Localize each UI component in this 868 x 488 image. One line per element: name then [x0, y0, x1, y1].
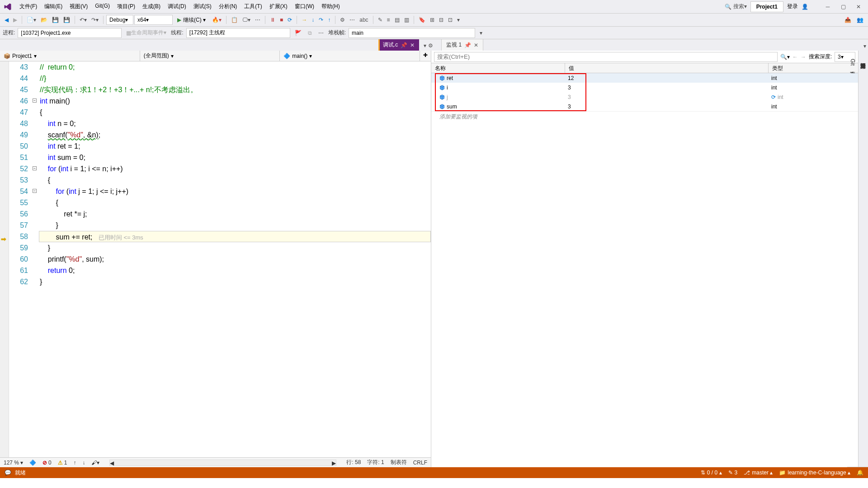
solution-title-tab[interactable]: Project1: [750, 1, 783, 12]
code-line[interactable]: int sum = 0;: [40, 152, 431, 163]
watch-add-item[interactable]: 添加要监视的项: [431, 111, 858, 122]
code-line[interactable]: for (int j = 1; j <= i; j++): [40, 186, 431, 197]
brush-icon[interactable]: 🖌▾: [91, 460, 99, 466]
tb-misc-4[interactable]: ✎: [376, 15, 384, 24]
refresh-icon[interactable]: ⟳: [771, 94, 776, 100]
tb-misc-11[interactable]: ▾: [455, 15, 462, 24]
code-editor[interactable]: ➡ 43444546474849505152535455565758596061…: [0, 61, 431, 457]
tb-icon-3[interactable]: ⋯: [253, 15, 262, 24]
code-line[interactable]: }: [40, 276, 431, 287]
step-out-button[interactable]: ↑: [326, 15, 332, 24]
menu-tools[interactable]: 工具(T): [241, 1, 265, 12]
back-button[interactable]: ◀: [3, 15, 10, 24]
pin-icon[interactable]: 📌: [401, 42, 407, 48]
code-content[interactable]: // return 0;//}//实现代码：求1！+2！+3！+...+ n!;…: [38, 61, 431, 457]
find-nav[interactable]: ⇅ 0 / 0 ▴: [701, 469, 722, 476]
lifecycle-events[interactable]: ▦ 生命周期事件▾: [124, 28, 168, 38]
hot-reload-button[interactable]: 🔥▾: [210, 15, 223, 24]
code-line[interactable]: sum += ret; 已用时间 <= 3ms: [39, 231, 431, 242]
menu-project[interactable]: 项目(P): [114, 1, 138, 12]
restart-button[interactable]: ⟳: [286, 15, 294, 24]
menu-view[interactable]: 视图(V): [66, 1, 91, 12]
tab-watch[interactable]: 监视 1 📌 ✕: [441, 39, 483, 51]
code-line[interactable]: int main(): [40, 95, 431, 107]
undo-button[interactable]: ↶▾: [78, 15, 89, 24]
menu-help[interactable]: 帮助(H): [318, 1, 343, 12]
menu-git[interactable]: Git(G): [92, 1, 113, 12]
watch-row[interactable]: ret12int: [431, 73, 858, 83]
fold-box-icon[interactable]: −: [33, 166, 37, 170]
info-icon[interactable]: 🔷: [29, 460, 36, 466]
close-window-button[interactable]: ✕: [852, 1, 865, 12]
fold-gutter[interactable]: − − −: [32, 61, 38, 457]
menu-debug[interactable]: 调试(D): [165, 1, 189, 12]
side-tab-solution-explorer[interactable]: 解决方案资源管理器: [858, 55, 868, 467]
code-line[interactable]: {: [40, 174, 431, 186]
nav-up-icon[interactable]: ↑: [73, 460, 76, 466]
thread-combo[interactable]: [17292] 主线程: [186, 28, 290, 38]
maximize-button[interactable]: ▢: [836, 1, 850, 12]
changes-count[interactable]: ✎ 3: [728, 469, 738, 476]
code-line[interactable]: {: [40, 197, 431, 208]
code-line[interactable]: for (int i = 1; i <= n; i++): [40, 163, 431, 174]
close-watch-icon[interactable]: ✕: [474, 42, 478, 48]
code-line[interactable]: }: [40, 242, 431, 253]
platform-combo[interactable]: x64 ▾: [134, 15, 173, 25]
code-line[interactable]: // return 0;: [40, 61, 431, 73]
menu-analyze[interactable]: 分析(N): [216, 1, 241, 12]
open-button[interactable]: 📂: [39, 15, 49, 24]
code-line[interactable]: return 0;: [40, 265, 431, 276]
code-line[interactable]: //实现代码：求1！+2！+3！+...+ n!;不考虑溢出。: [40, 84, 431, 95]
tb-misc-3[interactable]: abc: [358, 15, 370, 24]
search-icon[interactable]: 🔍▾: [780, 54, 790, 60]
watch-row[interactable]: sum3int: [431, 102, 858, 111]
forward-button[interactable]: ▶: [11, 15, 19, 24]
show-next-button[interactable]: →: [300, 15, 309, 24]
step-over-button[interactable]: ↷: [317, 15, 325, 24]
nav-down-icon[interactable]: ↓: [82, 460, 85, 466]
code-line[interactable]: }: [40, 220, 431, 231]
continue-button[interactable]: ▶继续(C) ▾: [174, 15, 209, 25]
col-value[interactable]: 值: [565, 63, 769, 73]
nav-scope[interactable]: (全局范围) ▾: [140, 51, 280, 61]
menu-file[interactable]: 文件(F): [16, 1, 40, 12]
flag-icon[interactable]: 🚩: [293, 28, 303, 38]
nav-project[interactable]: 📦 Project1 ▾: [0, 51, 140, 61]
tb-misc-6[interactable]: ▤: [393, 15, 401, 24]
code-line[interactable]: scanf("%d", &n);: [40, 129, 431, 141]
close-tab-icon[interactable]: ✕: [410, 42, 415, 48]
code-line[interactable]: ret *= j;: [40, 208, 431, 220]
tab-dropdown-icon[interactable]: ▾: [424, 42, 426, 49]
code-line[interactable]: int ret = 1;: [40, 141, 431, 152]
tb-misc-1[interactable]: ⚙: [338, 15, 347, 24]
tb-icon-1[interactable]: 📋: [229, 15, 240, 24]
nav-split-icon[interactable]: ✚: [420, 51, 431, 61]
pin-watch-icon[interactable]: 📌: [464, 42, 471, 48]
login-link[interactable]: 登录: [787, 3, 798, 10]
config-combo[interactable]: Debug ▾: [106, 15, 133, 25]
fold-box-icon[interactable]: −: [33, 99, 37, 103]
zoom-level[interactable]: 127 % ▾: [4, 460, 23, 466]
branch-indicator[interactable]: ⎇ master ▴: [744, 469, 773, 476]
tab-code-file[interactable]: 调试.c 📌 ✕: [378, 39, 419, 51]
bookmark-button[interactable]: 🔖: [417, 15, 427, 24]
tb-misc-5[interactable]: ≡: [385, 15, 392, 24]
code-line[interactable]: //}: [40, 73, 431, 84]
tb-icon-2[interactable]: 🖵▾: [241, 15, 252, 24]
breakpoint-gutter[interactable]: ➡: [0, 61, 9, 457]
redo-button[interactable]: ↷▾: [90, 15, 100, 24]
pause-button[interactable]: ⏸: [268, 15, 277, 24]
code-line[interactable]: int n = 0;: [40, 118, 431, 129]
error-count[interactable]: ⊘ 0: [42, 460, 52, 466]
share-button[interactable]: 📤: [843, 15, 853, 24]
tb-misc-7[interactable]: ▥: [402, 15, 411, 24]
stackframe-combo[interactable]: main: [349, 28, 475, 38]
nav-function[interactable]: 🔷 main() ▾: [280, 51, 420, 61]
menu-edit[interactable]: 编辑(E): [41, 1, 66, 12]
menu-window[interactable]: 窗口(W): [292, 1, 317, 12]
overflow-button[interactable]: ▾: [478, 28, 484, 38]
notifications-icon[interactable]: 🔔: [857, 469, 863, 476]
fold-box-icon[interactable]: −: [33, 189, 37, 193]
col-name[interactable]: 名称: [431, 63, 565, 73]
watch-row[interactable]: i3int: [431, 83, 858, 92]
